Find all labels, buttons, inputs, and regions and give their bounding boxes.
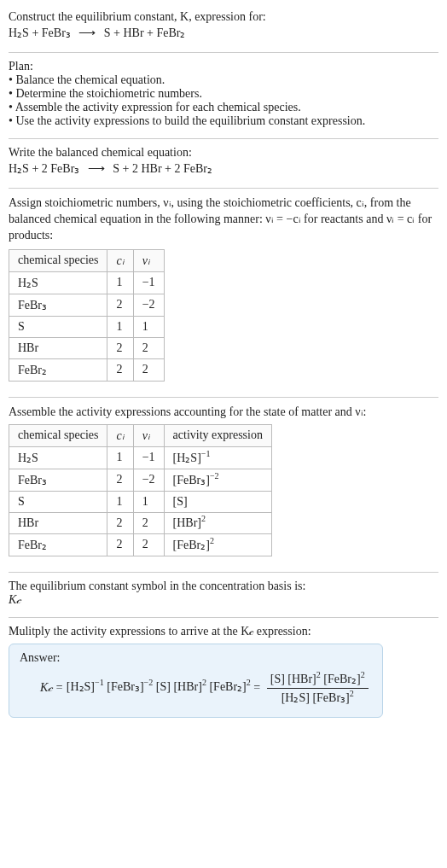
table-row: H₂S 1 −1 xyxy=(9,271,165,294)
activity-heading: Assemble the activity expressions accoun… xyxy=(9,405,438,419)
cell-vi: 1 xyxy=(133,316,164,337)
cell-ci: 2 xyxy=(107,512,133,533)
kc-symbol-section: The equilibrium constant symbol in the c… xyxy=(9,576,438,614)
cell-ci: 2 xyxy=(107,358,133,381)
term: [FeBr₂]2 xyxy=(209,680,250,693)
reaction-lhs: H₂S + FeBr₃ xyxy=(9,26,71,39)
prompt-line: Construct the equilibrium constant, K, e… xyxy=(9,10,438,24)
term: [HBr]2 xyxy=(173,680,206,693)
plan-item: • Determine the stoichiometric numbers. xyxy=(9,87,438,101)
cell-ci: 2 xyxy=(107,469,133,491)
kc-symbol-text: The equilibrium constant symbol in the c… xyxy=(9,580,438,593)
cell-vi: 2 xyxy=(133,337,164,358)
fraction: [S] [HBr]2 [FeBr₂]2 [H₂S] [FeBr₃]2 xyxy=(267,672,369,705)
answer-expression: K𝒸 = [H₂S]−1 [FeBr₃]−2 [S] [HBr]2 [FeBr₂… xyxy=(20,670,372,707)
cell-species: S xyxy=(9,491,107,512)
prompt-section: Construct the equilibrium constant, K, e… xyxy=(9,7,438,49)
reaction-arrow: ⟶ xyxy=(73,26,101,39)
divider xyxy=(9,188,438,189)
term: [H₂S] xyxy=(282,691,310,704)
plan-item: • Use the activity expressions to build … xyxy=(9,114,438,128)
table-row: S 1 1 [S] xyxy=(9,491,272,512)
term: [H₂S]−1 xyxy=(67,680,104,693)
balanced-section: Write the balanced chemical equation: H₂… xyxy=(9,143,438,184)
divider xyxy=(9,397,438,398)
term: [FeBr₃]−2 xyxy=(107,680,153,693)
col-ci: cᵢ xyxy=(107,424,133,446)
stoich-section: Assign stoichiometric numbers, νᵢ, using… xyxy=(9,192,438,393)
term: [HBr]2 xyxy=(287,673,320,685)
reaction-rhs: S + HBr + FeBr₂ xyxy=(104,26,186,39)
answer-label: Answer: xyxy=(20,651,372,665)
term: [S] xyxy=(270,673,285,685)
unbalanced-equation: H₂S + FeBr₃ ⟶ S + HBr + FeBr₂ xyxy=(9,24,438,42)
table-row: FeBr₃ 2 −2 [FeBr₃]−2 xyxy=(9,469,272,491)
col-vi: νᵢ xyxy=(133,249,164,271)
term: [S] xyxy=(156,680,171,693)
cell-activity: [FeBr₂]2 xyxy=(164,533,271,556)
cell-vi: −1 xyxy=(133,271,164,294)
table-header-row: chemical species cᵢ νᵢ xyxy=(9,249,165,271)
cell-activity: [H₂S]−1 xyxy=(164,446,271,469)
answer-box: Answer: K𝒸 = [H₂S]−1 [FeBr₃]−2 [S] [HBr]… xyxy=(9,644,383,718)
table-header-row: chemical species cᵢ νᵢ activity expressi… xyxy=(9,424,272,446)
plan-item: • Assemble the activity expression for e… xyxy=(9,101,438,114)
balanced-heading: Write the balanced chemical equation: xyxy=(9,146,438,160)
kc-lhs: K𝒸 = xyxy=(40,680,67,693)
cell-species: FeBr₂ xyxy=(9,358,107,381)
cell-vi: 1 xyxy=(133,491,164,512)
cell-activity: [S] xyxy=(164,491,271,512)
col-vi: νᵢ xyxy=(133,424,164,446)
table-row: FeBr₂ 2 2 xyxy=(9,358,165,381)
cell-activity: [FeBr₃]−2 xyxy=(164,469,271,491)
cell-species: FeBr₃ xyxy=(9,469,107,491)
cell-ci: 2 xyxy=(107,337,133,358)
col-species: chemical species xyxy=(9,249,107,271)
divider xyxy=(9,138,438,139)
col-activity: activity expression xyxy=(164,424,271,446)
equals-sign: = xyxy=(253,680,263,693)
activity-table: chemical species cᵢ νᵢ activity expressi… xyxy=(9,424,272,556)
table-row: FeBr₃ 2 −2 xyxy=(9,294,165,316)
cell-species: H₂S xyxy=(9,446,107,469)
prompt-text: Construct the equilibrium constant, K, e… xyxy=(9,10,266,23)
divider xyxy=(9,617,438,618)
kc-symbol: K𝒸 xyxy=(9,593,438,607)
cell-species: H₂S xyxy=(9,271,107,294)
divider xyxy=(9,572,438,573)
table-row: FeBr₂ 2 2 [FeBr₂]2 xyxy=(9,533,272,556)
fraction-denominator: [H₂S] [FeBr₃]2 xyxy=(267,689,369,705)
cell-ci: 1 xyxy=(107,446,133,469)
cell-ci: 1 xyxy=(107,316,133,337)
cell-species: HBr xyxy=(9,512,107,533)
stoich-text: Assign stoichiometric numbers, νᵢ, using… xyxy=(9,195,438,244)
plan-heading: Plan: xyxy=(9,60,438,73)
multiply-section: Mulitply the activity expressions to arr… xyxy=(9,621,438,725)
multiply-heading: Mulitply the activity expressions to arr… xyxy=(9,625,438,638)
cell-vi: 2 xyxy=(133,533,164,556)
balanced-arrow: ⟶ xyxy=(83,162,110,175)
col-ci: cᵢ xyxy=(107,249,133,271)
balanced-equation: H₂S + 2 FeBr₃ ⟶ S + 2 HBr + 2 FeBr₂ xyxy=(9,160,438,178)
cell-ci: 2 xyxy=(107,294,133,316)
table-row: HBr 2 2 [HBr]2 xyxy=(9,512,272,533)
cell-vi: −1 xyxy=(133,446,164,469)
cell-species: FeBr₃ xyxy=(9,294,107,316)
divider xyxy=(9,52,438,53)
cell-species: HBr xyxy=(9,337,107,358)
cell-species: FeBr₂ xyxy=(9,533,107,556)
cell-vi: 2 xyxy=(133,512,164,533)
balanced-lhs: H₂S + 2 FeBr₃ xyxy=(9,162,79,175)
plan-section: Plan: • Balance the chemical equation. •… xyxy=(9,56,438,135)
stoich-table: chemical species cᵢ νᵢ H₂S 1 −1 FeBr₃ 2 … xyxy=(9,249,165,382)
balanced-rhs: S + 2 HBr + 2 FeBr₂ xyxy=(113,162,212,175)
table-row: HBr 2 2 xyxy=(9,337,165,358)
cell-vi: −2 xyxy=(133,294,164,316)
term: [FeBr₂]2 xyxy=(323,673,364,685)
table-row: H₂S 1 −1 [H₂S]−1 xyxy=(9,446,272,469)
term: [FeBr₃]2 xyxy=(312,691,353,704)
cell-ci: 1 xyxy=(107,491,133,512)
plan-item: • Balance the chemical equation. xyxy=(9,73,438,87)
col-species: chemical species xyxy=(9,424,107,446)
cell-activity: [HBr]2 xyxy=(164,512,271,533)
